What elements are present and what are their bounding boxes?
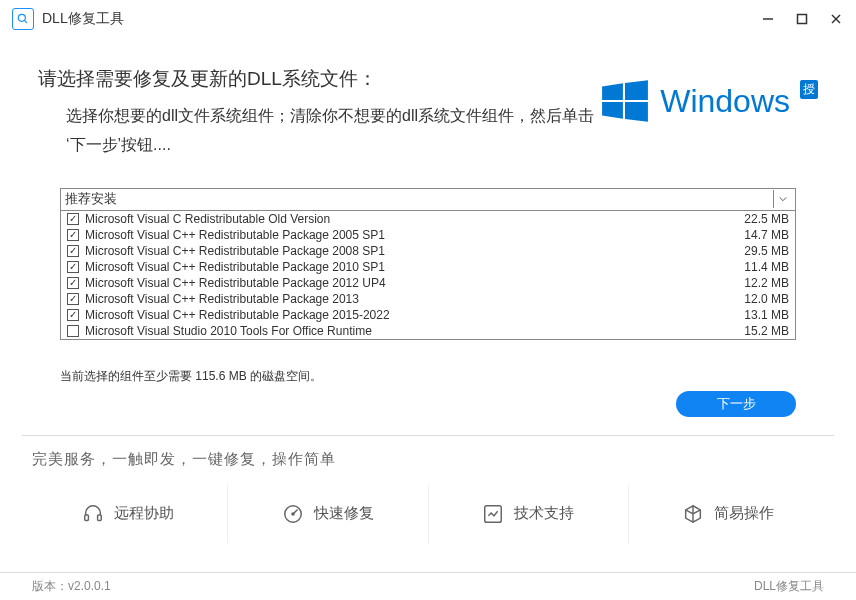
- checkbox[interactable]: [67, 261, 79, 273]
- action-row: 下一步: [60, 391, 796, 417]
- list-item[interactable]: Microsoft Visual C Redistributable Old V…: [61, 211, 795, 227]
- svg-rect-6: [97, 515, 101, 521]
- page-subtitle: 选择你想要的dll文件系统组件；清除你不想要的dll系统文件组件，然后单击‘下一…: [38, 102, 600, 160]
- svg-rect-2: [798, 14, 807, 23]
- speed-icon: [282, 503, 304, 525]
- chart-icon: [482, 503, 504, 525]
- statusbar: 版本：v2.0.0.1 DLL修复工具: [0, 572, 856, 600]
- main-content: 请选择需要修复及更新的DLL系统文件： 选择你想要的dll文件系统组件；清除你不…: [0, 38, 856, 572]
- windows-icon: [600, 76, 650, 126]
- app-icon: [12, 8, 34, 30]
- cube-icon: [682, 503, 704, 525]
- minimize-button[interactable]: [760, 11, 776, 27]
- version-label: 版本：v2.0.0.1: [32, 578, 111, 595]
- item-size: 14.7 MB: [729, 228, 789, 242]
- header-text: 请选择需要修复及更新的DLL系统文件： 选择你想要的dll文件系统组件；清除你不…: [38, 66, 600, 160]
- item-size: 12.2 MB: [729, 276, 789, 290]
- checkbox[interactable]: [67, 325, 79, 337]
- window-controls: [760, 11, 844, 27]
- item-name: Microsoft Visual Studio 2010 Tools For O…: [85, 324, 729, 338]
- item-name: Microsoft Visual C++ Redistributable Pac…: [85, 244, 729, 258]
- headset-icon: [82, 503, 104, 525]
- feature-speed[interactable]: 快速修复: [228, 485, 428, 543]
- list-item[interactable]: Microsoft Visual C++ Redistributable Pac…: [61, 307, 795, 323]
- header-section: 请选择需要修复及更新的DLL系统文件： 选择你想要的dll文件系统组件；清除你不…: [10, 38, 846, 178]
- item-name: Microsoft Visual C++ Redistributable Pac…: [85, 292, 729, 306]
- checkbox[interactable]: [67, 309, 79, 321]
- titlebar: DLL修复工具: [0, 0, 856, 38]
- feature-label: 简易操作: [714, 504, 774, 523]
- item-name: Microsoft Visual C++ Redistributable Pac…: [85, 276, 729, 290]
- checkbox[interactable]: [67, 213, 79, 225]
- status-brand: DLL修复工具: [754, 578, 824, 595]
- checkbox[interactable]: [67, 277, 79, 289]
- list-item[interactable]: Microsoft Visual C++ Redistributable Pac…: [61, 275, 795, 291]
- list-item[interactable]: Microsoft Visual Studio 2010 Tools For O…: [61, 323, 795, 339]
- app-title: DLL修复工具: [42, 10, 124, 28]
- checkbox[interactable]: [67, 293, 79, 305]
- item-size: 13.1 MB: [729, 308, 789, 322]
- item-size: 15.2 MB: [729, 324, 789, 338]
- list-item[interactable]: Microsoft Visual C++ Redistributable Pac…: [61, 291, 795, 307]
- dropdown-selected-label: 推荐安装: [65, 190, 773, 208]
- feature-label: 技术支持: [514, 504, 574, 523]
- chevron-down-icon: [773, 190, 791, 208]
- feature-label: 远程协助: [114, 504, 174, 523]
- item-size: 11.4 MB: [729, 260, 789, 274]
- item-name: Microsoft Visual C++ Redistributable Pac…: [85, 260, 729, 274]
- disk-space-note: 当前选择的组件至少需要 115.6 MB 的磁盘空间。: [60, 368, 796, 385]
- feature-row: 远程协助快速修复技术支持简易操作: [10, 485, 846, 543]
- component-list: Microsoft Visual C Redistributable Old V…: [61, 211, 795, 339]
- windows-brand-text: Windows: [660, 83, 790, 120]
- feature-label: 快速修复: [314, 504, 374, 523]
- svg-rect-5: [84, 515, 88, 521]
- windows-badge: 授: [800, 80, 818, 99]
- item-name: Microsoft Visual C Redistributable Old V…: [85, 212, 729, 226]
- next-button[interactable]: 下一步: [676, 391, 796, 417]
- list-item[interactable]: Microsoft Visual C++ Redistributable Pac…: [61, 227, 795, 243]
- feature-cube[interactable]: 简易操作: [629, 485, 828, 543]
- item-size: 29.5 MB: [729, 244, 789, 258]
- feature-headset[interactable]: 远程协助: [28, 485, 228, 543]
- list-item[interactable]: Microsoft Visual C++ Redistributable Pac…: [61, 259, 795, 275]
- maximize-button[interactable]: [794, 11, 810, 27]
- list-item[interactable]: Microsoft Visual C++ Redistributable Pac…: [61, 243, 795, 259]
- page-title: 请选择需要修复及更新的DLL系统文件：: [38, 66, 600, 92]
- item-size: 22.5 MB: [729, 212, 789, 226]
- feature-chart[interactable]: 技术支持: [429, 485, 629, 543]
- windows-logo: Windows 授: [600, 76, 818, 126]
- svg-point-8: [292, 512, 294, 514]
- category-dropdown[interactable]: 推荐安装: [61, 189, 795, 211]
- close-button[interactable]: [828, 11, 844, 27]
- item-name: Microsoft Visual C++ Redistributable Pac…: [85, 308, 729, 322]
- item-name: Microsoft Visual C++ Redistributable Pac…: [85, 228, 729, 242]
- tagline: 完美服务，一触即发，一键修复，操作简单: [10, 436, 846, 485]
- component-list-section: 推荐安装 Microsoft Visual C Redistributable …: [60, 188, 796, 340]
- checkbox[interactable]: [67, 245, 79, 257]
- checkbox[interactable]: [67, 229, 79, 241]
- item-size: 12.0 MB: [729, 292, 789, 306]
